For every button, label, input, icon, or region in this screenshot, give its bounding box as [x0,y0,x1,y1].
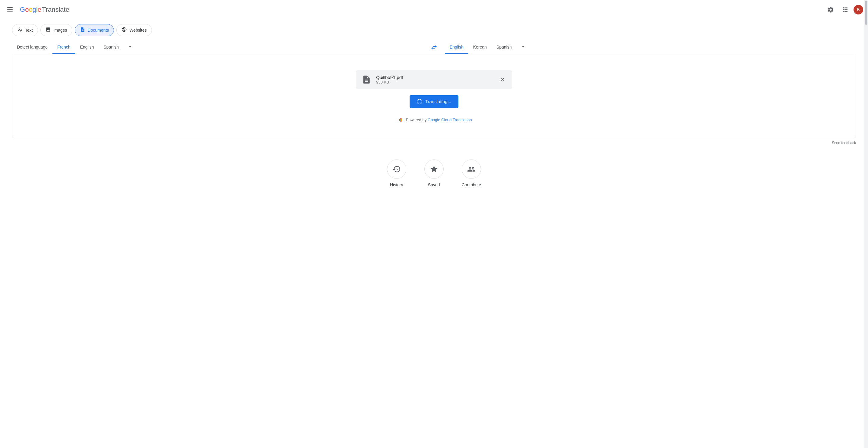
apps-button[interactable] [839,4,851,16]
header-right: B [825,4,863,16]
target-lang-tabs: English Korean Spanish [445,41,856,54]
swap-icon [430,44,438,51]
mode-tab-text[interactable]: Text [12,24,38,36]
history-circle [387,159,406,179]
google-cloud-icon [396,118,404,122]
text-translate-icon [17,27,23,33]
translate-container: Detect language French English Spanish [0,41,868,139]
send-feedback: Send feedback [0,139,868,147]
saved-circle [424,159,444,179]
star-icon [430,165,438,173]
target-lang-dropdown-button[interactable] [517,41,530,54]
mode-tabs: Text Images Documents Websites [0,19,868,41]
scrollbar-track [864,0,868,205]
documents-icon [80,27,85,33]
target-lang-spanish[interactable]: Spanish [492,41,517,54]
translation-panel: Quillbot-1.pdf 950 KB Translating... [12,54,856,139]
history-icon [393,165,401,173]
send-feedback-link[interactable]: Send feedback [832,141,856,145]
logo-google: Google [20,6,41,13]
mode-tab-websites-label: Websites [129,28,147,33]
target-lang-korean[interactable]: Korean [468,41,492,54]
header-left: Google Translate [5,5,69,14]
mode-tab-text-label: Text [25,28,33,33]
chevron-down-icon [127,44,133,50]
source-lang-tabs: Detect language French English Spanish [12,41,423,54]
saved-label: Saved [428,182,440,187]
logo-g-red2: e [38,6,41,13]
logo-g-red: o [25,6,29,13]
mode-tab-images[interactable]: Images [40,24,72,36]
file-icon [362,75,371,84]
close-icon [500,77,505,82]
hamburger-line [7,11,13,12]
hamburger-line [7,9,13,10]
file-size: 950 KB [376,80,494,84]
contribute-icon [467,165,475,173]
saved-action[interactable]: Saved [424,159,444,187]
target-lang-english[interactable]: English [445,41,468,54]
source-lang-detect[interactable]: Detect language [12,41,53,54]
websites-icon [121,27,127,33]
bottom-actions: History Saved Contribute [0,147,868,205]
mode-tab-websites[interactable]: Websites [116,24,152,36]
contribute-circle [462,159,481,179]
source-lang-dropdown-button[interactable] [124,41,137,54]
logo-g-blue: G [20,6,25,13]
mode-tab-images-label: Images [53,28,67,33]
avatar[interactable]: B [854,5,863,14]
images-icon [45,27,51,33]
logo-g-blue2: g [33,6,36,13]
hamburger-line [7,7,13,8]
translating-button[interactable]: Translating... [410,95,458,108]
logo-translate: Translate [42,6,69,13]
chevron-down-icon-target [520,44,526,50]
source-lang-english[interactable]: English [75,41,99,54]
contribute-action[interactable]: Contribute [462,159,481,187]
source-lang-spanish[interactable]: Spanish [98,41,124,54]
logo-link[interactable]: Google Translate [20,6,69,13]
source-lang-french[interactable]: French [53,41,75,54]
translating-label: Translating... [425,99,451,104]
language-bar: Detect language French English Spanish [12,41,856,54]
file-info: Quillbot-1.pdf 950 KB [376,75,494,84]
history-action[interactable]: History [387,159,406,187]
mode-tab-documents[interactable]: Documents [75,24,114,36]
powered-by-text: Powered by Google Cloud Translation [406,118,472,122]
powered-by: Powered by Google Cloud Translation [396,118,472,122]
settings-button[interactable] [825,4,837,16]
logo-g-yellow: o [29,6,32,13]
apps-grid-icon [841,6,849,13]
swap-languages-button[interactable] [423,41,445,53]
pdf-file-icon [362,75,371,84]
header: Google Translate B [0,0,868,19]
file-card: Quillbot-1.pdf 950 KB [355,70,513,89]
loading-spinner [417,99,422,104]
hamburger-menu-button[interactable] [5,5,15,14]
file-name: Quillbot-1.pdf [376,75,494,80]
google-cloud-translation-link[interactable]: Google Cloud Translation [428,118,472,122]
contribute-label: Contribute [462,182,481,187]
scrollbar-thumb[interactable] [865,1,867,25]
mode-tab-documents-label: Documents [88,28,109,33]
file-remove-button[interactable] [498,76,506,84]
history-label: History [390,182,403,187]
gear-icon [827,6,834,13]
